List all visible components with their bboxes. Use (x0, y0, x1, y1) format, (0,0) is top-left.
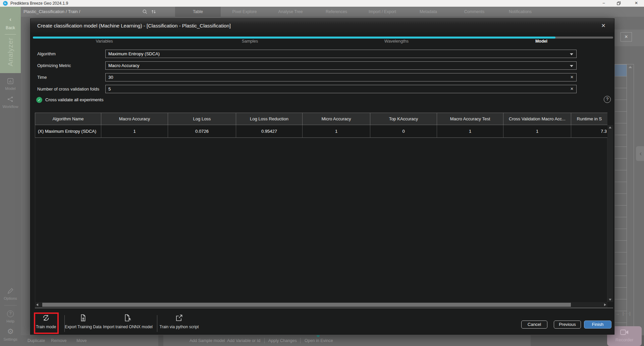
finish-button[interactable]: Finish (584, 321, 611, 329)
cancel-button[interactable]: Cancel (521, 321, 547, 329)
workflow-icon[interactable] (7, 96, 14, 103)
import-onnx-model-label: Import trained ONNX model (103, 325, 153, 329)
scrollbar-thumb[interactable] (42, 303, 571, 307)
remove-button[interactable]: Remove (51, 335, 67, 346)
previous-button[interactable]: Previous (554, 321, 581, 329)
column-header-macro-accuracy-test[interactable]: Macro Accuracy Test (437, 113, 503, 125)
file-import-icon (124, 314, 132, 322)
table-row[interactable]: (X) Maximum Entropy (SDCA) 1 0.0726 0.95… (35, 125, 607, 138)
step-wavelengths[interactable]: Wavelengths (370, 39, 423, 44)
minimize-button[interactable]: – (599, 0, 609, 7)
background-table-rows (614, 64, 627, 335)
help-icon[interactable]: ? (604, 96, 611, 103)
tab-notifications[interactable]: Notifications (497, 7, 543, 17)
scroll-up-icon[interactable] (629, 66, 632, 68)
restore-button[interactable] (614, 0, 624, 7)
scroll-down-icon[interactable] (609, 299, 611, 301)
duplicate-button[interactable]: Duplicate (28, 335, 45, 346)
import-onnx-model-button[interactable]: Import trained ONNX model (103, 314, 153, 329)
scroll-left-icon[interactable] (36, 303, 38, 306)
add-variable-or-id-button[interactable]: Add Variable or Id (227, 335, 260, 346)
analyzer-panel: ‹ Back Analyzer (0, 7, 21, 73)
sidebar-divider (4, 305, 17, 305)
resize-handle-icon[interactable]: |···| (623, 311, 631, 316)
clear-icon[interactable]: ✕ (570, 85, 574, 93)
column-header-macro-accuracy[interactable]: Macro Accuracy (101, 113, 168, 125)
bottom-bar-divider (264, 338, 265, 343)
time-value: 30 (108, 75, 113, 80)
time-input[interactable]: 30 ✕ (105, 73, 577, 81)
restore-icon (617, 1, 621, 5)
chevron-down-icon[interactable] (570, 65, 573, 67)
cell-log-loss-reduction: 0.95427 (236, 125, 303, 138)
add-sample-model-button[interactable]: Add Sample model (190, 335, 225, 346)
scroll-up-icon[interactable] (609, 126, 611, 128)
help-icon[interactable]: ? (7, 310, 14, 317)
sidebar-item-workflow[interactable]: Workflow (0, 105, 21, 109)
horizontal-scrollbar[interactable] (35, 302, 607, 307)
move-button[interactable]: Move (76, 335, 87, 346)
sidebar-item-model[interactable]: Model (0, 86, 21, 91)
column-header-log-loss-reduction[interactable]: Log Loss Reduction (236, 113, 303, 125)
panel-close-button[interactable]: ✕ (621, 32, 632, 42)
column-header-runtime[interactable]: Runtime in S (571, 113, 607, 125)
chevron-down-icon[interactable] (570, 53, 573, 55)
apply-changes-button[interactable]: Apply Changes (268, 335, 297, 346)
options-pencil-icon[interactable] (7, 288, 14, 294)
column-header-algorithm-name[interactable]: Algorithm Name (35, 113, 101, 125)
external-link-icon (175, 314, 183, 322)
tab-references[interactable]: References (314, 7, 359, 17)
step-variables[interactable]: Variables (77, 39, 131, 44)
folds-input[interactable]: 5 ✕ (105, 85, 577, 93)
sort-icon[interactable] (151, 9, 156, 14)
sidebar-item-settings[interactable]: Settings (0, 337, 21, 341)
dialog-header: Create classification model (Machine Lea… (31, 19, 614, 33)
optimizing-metric-dropdown[interactable]: Macro Accuracy (105, 61, 577, 70)
model-icon[interactable] (7, 78, 14, 84)
bottom-bar-divider (300, 338, 301, 343)
algorithm-dropdown[interactable]: Maximum Entropy (SDCA) (105, 50, 577, 58)
vertical-scrollbar[interactable] (607, 125, 613, 302)
table-bottom-border (35, 308, 613, 308)
arrow-right-icon[interactable]: → (615, 311, 620, 316)
algorithm-label: Algorithm (37, 50, 56, 58)
dialog-close-button[interactable]: ✕ (598, 19, 609, 33)
sidebar-item-options[interactable]: Options (0, 296, 21, 300)
settings-gear-icon[interactable]: ⚙ (7, 328, 14, 335)
tab-table[interactable]: Table (175, 7, 221, 17)
folds-value: 5 (108, 86, 111, 92)
tab-pixel-explore[interactable]: Pixel Explore (222, 7, 267, 17)
scroll-right-icon[interactable] (604, 303, 606, 306)
analyzer-mode-label[interactable]: Analyzer (6, 38, 14, 66)
back-chevron-icon[interactable]: ‹ (0, 16, 21, 23)
tab-import-export[interactable]: Import / Export (360, 7, 405, 17)
sidebar-item-help[interactable]: Help (0, 319, 21, 323)
sidebar-divider (5, 34, 16, 35)
tab-metadata[interactable]: Metadata (406, 7, 451, 17)
column-header-cross-validation[interactable]: Cross Validation Macro Acc... (503, 113, 571, 125)
column-header-micro-accuracy[interactable]: Micro Accuracy (303, 113, 370, 125)
cell-runtime: 7.3 (571, 125, 607, 138)
breadcrumb[interactable]: Plastic_Classification / Train / (23, 7, 80, 17)
back-button[interactable]: Back (0, 25, 21, 30)
tab-comments[interactable]: Comments (451, 7, 497, 17)
column-header-top-k-accuracy[interactable]: Top KAccuracy (370, 113, 437, 125)
train-via-python-button[interactable]: Train via python script (154, 314, 204, 329)
clear-icon[interactable]: ✕ (570, 73, 574, 81)
export-training-data-button[interactable]: Export Training Data (58, 314, 108, 329)
tab-analyse-tree[interactable]: Analyse Tree (268, 7, 313, 17)
step-samples[interactable]: Samples (223, 39, 277, 44)
column-header-log-loss[interactable]: Log Loss (168, 113, 236, 125)
open-in-evince-button[interactable]: Open in Evince (305, 335, 333, 346)
collapse-panel-button[interactable]: ‹ (636, 146, 644, 161)
close-window-button[interactable]: ✕ (631, 0, 641, 7)
wizard-progress-track (33, 37, 613, 39)
cell-macro-accuracy: 1 (101, 125, 168, 138)
cell-macro-accuracy-test: 1 (437, 125, 503, 138)
window-titlebar: b. Prediktera Breeze Geo 2024.1.9 – ✕ (0, 0, 644, 7)
cross-validate-checkbox[interactable]: ✓ (36, 97, 42, 103)
search-icon[interactable] (142, 9, 148, 14)
window-title: Prediktera Breeze Geo 2024.1.9 (10, 0, 68, 7)
step-model[interactable]: Model (515, 39, 568, 44)
algorithm-value: Maximum Entropy (SDCA) (108, 51, 160, 56)
